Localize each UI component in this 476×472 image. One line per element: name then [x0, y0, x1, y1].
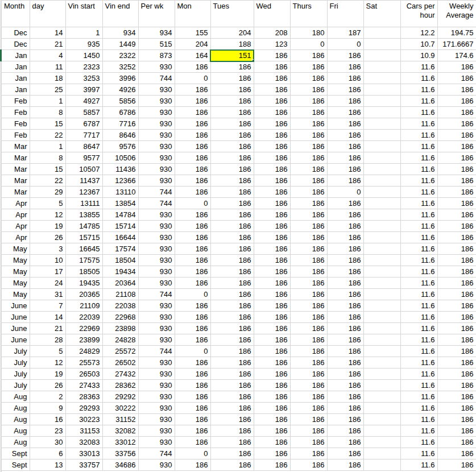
cell[interactable]: 5	[30, 346, 65, 357]
cell[interactable]: Feb	[2, 118, 30, 130]
cell[interactable]: 186	[254, 198, 290, 209]
cell[interactable]: 24	[30, 278, 65, 289]
cell[interactable]: 186	[254, 266, 290, 278]
cell[interactable]: 186	[327, 73, 363, 84]
cell[interactable]: 32083	[65, 437, 102, 448]
cell[interactable]: 0	[175, 448, 210, 459]
cell[interactable]: 930	[138, 175, 175, 187]
cell[interactable]: 930	[138, 300, 175, 312]
cell[interactable]: 930	[138, 152, 175, 164]
cell[interactable]: 186	[327, 278, 363, 289]
cell[interactable]: 186	[210, 266, 254, 278]
header-cell-per-wk[interactable]: Per wk	[138, 1, 175, 27]
cell[interactable]: 930	[138, 391, 175, 403]
cell[interactable]: 11.6	[400, 346, 437, 357]
cell[interactable]: May	[2, 243, 30, 255]
cell[interactable]: 186	[437, 278, 476, 289]
cell[interactable]: 744	[138, 289, 175, 300]
cell[interactable]	[363, 118, 400, 130]
cell[interactable]	[363, 289, 400, 300]
cell[interactable]: 11.6	[400, 278, 437, 289]
cell[interactable]	[363, 323, 400, 334]
cell[interactable]: 19	[30, 369, 65, 380]
cell[interactable]: 873	[138, 50, 175, 61]
cell[interactable]	[363, 391, 400, 403]
cell[interactable]: 930	[138, 96, 175, 107]
cell[interactable]: 186	[290, 164, 327, 175]
cell[interactable]: 186	[290, 61, 327, 73]
cell[interactable]: 186	[175, 459, 210, 471]
cell[interactable]: 186	[327, 130, 363, 141]
cell[interactable]: 186	[254, 107, 290, 118]
cell[interactable]: 29	[30, 187, 65, 198]
cell[interactable]: Feb	[2, 130, 30, 141]
cell[interactable]: 164	[175, 50, 210, 61]
cell[interactable]: 11.6	[400, 118, 437, 130]
cell[interactable]	[363, 198, 400, 209]
cell[interactable]: 186	[254, 152, 290, 164]
cell[interactable]: 186	[437, 141, 476, 152]
cell[interactable]: 186	[254, 278, 290, 289]
cell[interactable]: 186	[437, 73, 476, 84]
cell[interactable]	[363, 414, 400, 425]
cell[interactable]: 186	[254, 312, 290, 323]
cell[interactable]: 186	[175, 107, 210, 118]
cell[interactable]: 186	[254, 414, 290, 425]
cell[interactable]: 12367	[65, 187, 102, 198]
cell[interactable]: 186	[210, 130, 254, 141]
cell[interactable]: 186	[437, 437, 476, 448]
cell[interactable]: Sept	[2, 459, 30, 471]
cell[interactable]: 11.6	[400, 266, 437, 278]
cell[interactable]: 186	[210, 198, 254, 209]
cell[interactable]: 186	[290, 323, 327, 334]
cell[interactable]: 186	[290, 425, 327, 437]
cell[interactable]: 186	[210, 164, 254, 175]
cell[interactable]: 186	[175, 141, 210, 152]
fill-handle[interactable]	[252, 59, 254, 61]
cell[interactable]: 9576	[102, 141, 138, 152]
cell[interactable]: 186	[437, 369, 476, 380]
cell[interactable]: 11.6	[400, 312, 437, 323]
cell[interactable]: 186	[254, 391, 290, 403]
cell[interactable]: Jan	[2, 73, 30, 84]
cell[interactable]: 8646	[102, 130, 138, 141]
cell[interactable]: 20365	[65, 289, 102, 300]
cell[interactable]: 5856	[102, 96, 138, 107]
cell[interactable]: 14785	[65, 221, 102, 232]
cell[interactable]: 186	[437, 391, 476, 403]
cell[interactable]: 186	[210, 255, 254, 266]
cell[interactable]	[363, 346, 400, 357]
cell[interactable]: 186	[290, 141, 327, 152]
cell[interactable]	[363, 39, 400, 50]
cell[interactable]: 930	[138, 323, 175, 334]
cell[interactable]: 186	[290, 84, 327, 96]
cell[interactable]: 186	[437, 96, 476, 107]
cell[interactable]: 186	[327, 369, 363, 380]
cell[interactable]: 186	[327, 323, 363, 334]
cell[interactable]: 186	[437, 266, 476, 278]
cell[interactable]: 186	[437, 175, 476, 187]
cell[interactable]: 186	[290, 334, 327, 346]
cell[interactable]: Mar	[2, 175, 30, 187]
cell[interactable]: 1	[30, 96, 65, 107]
cell[interactable]: 186	[254, 84, 290, 96]
cell[interactable]: 24829	[65, 346, 102, 357]
cell[interactable]: May	[2, 266, 30, 278]
cell[interactable]: 186	[327, 175, 363, 187]
cell[interactable]: 7717	[65, 130, 102, 141]
cell[interactable]: 30222	[102, 403, 138, 414]
cell[interactable]: 186	[175, 84, 210, 96]
cell[interactable]	[363, 175, 400, 187]
cell[interactable]: 186	[254, 61, 290, 73]
cell[interactable]: 19435	[65, 278, 102, 289]
cell[interactable]: 930	[138, 278, 175, 289]
cell[interactable]: 5857	[65, 107, 102, 118]
cell[interactable]: 186	[437, 312, 476, 323]
cell[interactable]: 186	[327, 243, 363, 255]
cell[interactable]: 186	[210, 459, 254, 471]
cell[interactable]: 5	[30, 198, 65, 209]
cell[interactable]: 11.6	[400, 380, 437, 391]
cell[interactable]	[363, 437, 400, 448]
header-cell-vin-end[interactable]: Vin end	[102, 1, 138, 27]
cell[interactable]: 0	[327, 39, 363, 50]
